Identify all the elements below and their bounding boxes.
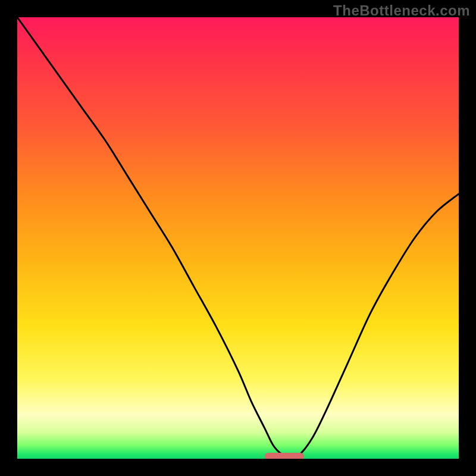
- chart-frame: TheBottleneck.com: [0, 0, 476, 476]
- optimal-range-marker: [265, 453, 305, 459]
- watermark-text: TheBottleneck.com: [333, 2, 470, 19]
- plot-area: [17, 17, 459, 459]
- bottleneck-curve: [17, 17, 459, 459]
